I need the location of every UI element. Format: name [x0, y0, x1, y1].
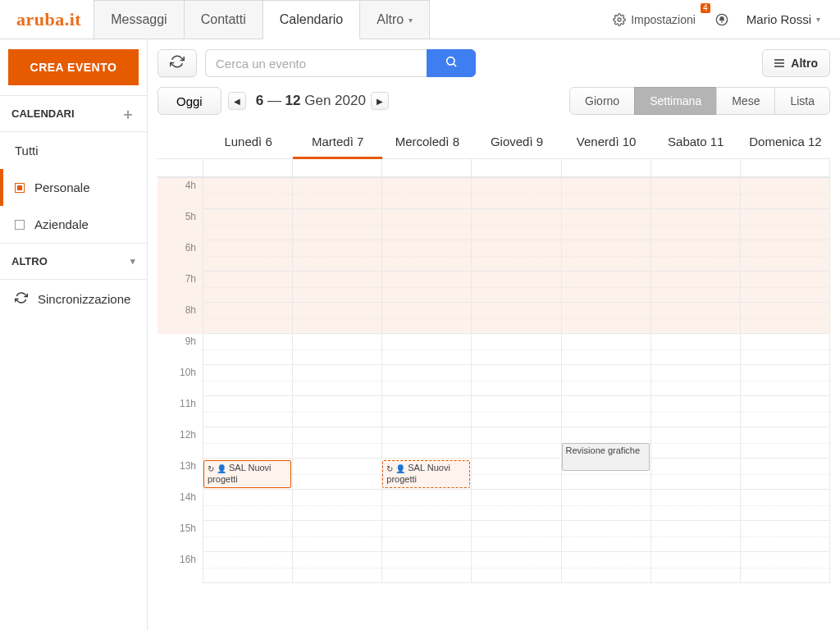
time-slot[interactable] [562, 334, 651, 365]
time-slot[interactable] [382, 334, 472, 365]
time-slot[interactable] [741, 178, 830, 209]
day-header[interactable]: Lunedì 6 [203, 123, 293, 159]
time-slot[interactable] [472, 490, 561, 521]
calendar-item-aziendale[interactable]: Aziendale [0, 206, 147, 243]
time-slot[interactable] [651, 521, 741, 552]
calendar-item-all[interactable]: Tutti [0, 132, 147, 169]
time-slot[interactable] [203, 552, 293, 583]
time-slot[interactable] [382, 427, 472, 459]
time-slot[interactable] [741, 272, 830, 303]
time-slot[interactable] [472, 365, 561, 396]
view-lista[interactable]: Lista [774, 87, 830, 115]
time-slot[interactable] [651, 365, 741, 396]
time-slot[interactable] [472, 209, 561, 240]
time-slot[interactable] [562, 365, 651, 396]
more-menu-button[interactable]: Altro [762, 49, 830, 77]
view-giorno[interactable]: Giorno [569, 87, 635, 115]
time-slot[interactable]: ↻👤SAL Nuovi progetti [382, 459, 472, 490]
notifications-button[interactable]: 4 [709, 8, 735, 31]
time-slot[interactable] [741, 396, 830, 427]
time-slot[interactable] [382, 365, 472, 396]
time-slot[interactable] [382, 521, 472, 552]
time-slot[interactable] [293, 459, 382, 490]
time-slot[interactable] [562, 209, 651, 240]
time-slot[interactable] [741, 303, 830, 334]
time-slot[interactable] [562, 552, 651, 583]
time-slot[interactable] [382, 303, 472, 334]
time-slot[interactable] [562, 303, 651, 334]
time-slot[interactable] [651, 552, 741, 583]
time-slot[interactable] [293, 427, 382, 459]
calendar-event[interactable]: Revisione grafiche [562, 443, 650, 471]
time-slot[interactable] [651, 427, 741, 459]
time-slot[interactable] [472, 459, 561, 490]
time-slot[interactable] [651, 272, 741, 303]
time-slot[interactable] [472, 303, 561, 334]
calendar-event[interactable]: ↻👤SAL Nuovi progetti [203, 460, 291, 488]
time-slot[interactable] [651, 303, 741, 334]
time-slot[interactable] [293, 490, 382, 521]
day-header[interactable]: Giovedì 9 [472, 123, 561, 159]
time-slot[interactable] [472, 427, 561, 459]
time-slot[interactable] [203, 396, 293, 427]
all-day-cell[interactable] [651, 158, 741, 177]
time-slot[interactable] [293, 552, 382, 583]
time-slot[interactable] [293, 209, 382, 240]
time-slot[interactable] [382, 552, 472, 583]
time-slot[interactable] [293, 396, 382, 427]
time-slot[interactable] [293, 178, 382, 209]
time-slot[interactable] [562, 178, 651, 209]
nav-tab-altro[interactable]: Altro▾ [359, 0, 430, 39]
time-slot[interactable] [472, 178, 561, 209]
time-slot[interactable] [741, 209, 830, 240]
time-slot[interactable] [741, 521, 830, 552]
nav-tab-contatti[interactable]: Contatti [184, 0, 263, 39]
time-slot[interactable] [203, 303, 293, 334]
next-button[interactable]: ▶ [371, 92, 389, 110]
time-slot[interactable] [203, 365, 293, 396]
time-slot[interactable] [562, 240, 651, 272]
view-settimana[interactable]: Settimana [634, 87, 717, 115]
time-slot[interactable] [651, 209, 741, 240]
day-header[interactable]: Mercoledì 8 [382, 123, 472, 159]
time-slot[interactable] [741, 552, 830, 583]
time-slot[interactable] [203, 521, 293, 552]
search-input[interactable] [205, 49, 427, 77]
create-event-button[interactable]: CREA EVENTO [8, 49, 139, 85]
settings-link[interactable]: Impostazioni [606, 8, 702, 31]
all-day-cell[interactable] [292, 158, 382, 177]
all-day-cell[interactable] [740, 158, 830, 177]
nav-tab-calendario[interactable]: Calendario [262, 0, 360, 39]
time-slot[interactable] [472, 272, 561, 303]
search-button[interactable] [427, 49, 476, 77]
time-slot[interactable] [472, 552, 561, 583]
time-slot[interactable] [472, 521, 561, 552]
time-slot[interactable] [472, 396, 561, 427]
time-slot[interactable] [293, 272, 382, 303]
calendar-item-personale[interactable]: Personale [0, 169, 147, 206]
time-slot[interactable] [293, 303, 382, 334]
time-slot[interactable] [651, 396, 741, 427]
time-slot[interactable] [382, 396, 472, 427]
time-slot[interactable] [562, 396, 651, 427]
time-slot[interactable] [741, 490, 830, 521]
time-slot[interactable] [203, 490, 293, 521]
all-day-cell[interactable] [381, 158, 472, 177]
time-slot[interactable] [203, 178, 293, 209]
time-slot[interactable] [203, 272, 293, 303]
time-grid[interactable]: 4h5h6h7h8h9h10h11h12hRevisione grafiche1… [158, 177, 830, 630]
all-day-cell[interactable] [203, 158, 293, 177]
time-slot[interactable] [382, 209, 472, 240]
time-slot[interactable] [651, 240, 741, 272]
time-slot[interactable] [203, 427, 293, 459]
time-slot[interactable] [741, 459, 830, 490]
time-slot[interactable] [203, 334, 293, 365]
time-slot[interactable] [651, 459, 741, 490]
day-header[interactable]: Martedì 7 [293, 123, 382, 159]
time-slot[interactable] [741, 365, 830, 396]
day-header[interactable]: Sabato 11 [651, 123, 741, 159]
all-day-cell[interactable] [561, 158, 651, 177]
view-mese[interactable]: Mese [716, 87, 775, 115]
time-slot[interactable] [562, 490, 651, 521]
time-slot[interactable] [293, 521, 382, 552]
